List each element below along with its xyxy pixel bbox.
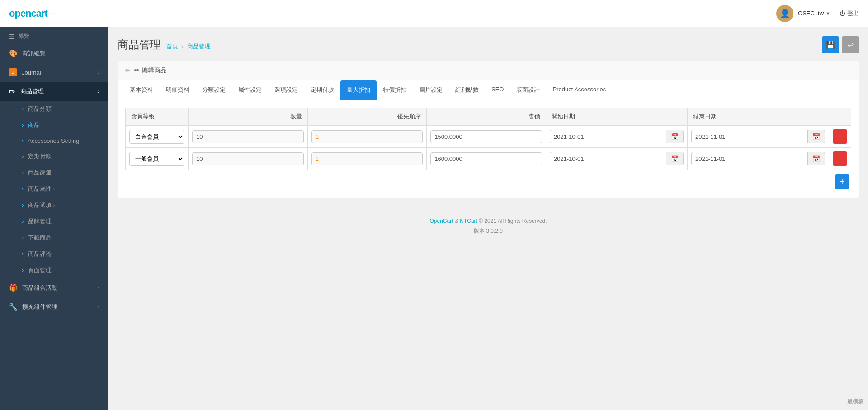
quantity-input-1[interactable] — [192, 130, 304, 143]
sidebar-item-product-mgmt[interactable]: 🛍 商品管理 › — [0, 82, 108, 101]
cell-action-2: − — [829, 148, 851, 170]
tab-attribute[interactable]: 屬性設定 — [232, 80, 268, 100]
watermark: 最模板 — [847, 398, 863, 405]
minus-icon-1: − — [838, 133, 842, 140]
sidebar-item-dashboard[interactable]: 🎨 資訊總覽 — [0, 44, 108, 63]
product-mgmt-icon: 🛍 — [9, 88, 16, 95]
footer-copyright-text: © 2021 All Rights Reserved. — [479, 218, 547, 224]
chevron-right-plugin: › — [98, 304, 99, 310]
breadcrumb-current[interactable]: 商品管理 — [187, 43, 211, 50]
avatar: 👤 — [776, 5, 793, 22]
start-date-calendar-btn-2[interactable]: 📅 — [666, 152, 683, 165]
sidebar-item-product-attribute[interactable]: › 商品屬性 › — [0, 181, 108, 197]
table-header-row: 會員等級 數量 優先順序 售價 開始日期 結束日期 — [126, 108, 851, 126]
opencart-link[interactable]: OpenCart — [430, 218, 453, 224]
chevron-sub-icon: › — [22, 105, 24, 112]
chevron-right-attr: › — [53, 186, 55, 192]
col-header-quantity: 數量 — [188, 108, 307, 126]
tab-points[interactable]: 紅利點數 — [449, 80, 485, 100]
dashboard-icon: 🎨 — [9, 49, 18, 57]
sidebar-item-subscription[interactable]: › 定期付款 — [0, 148, 108, 165]
plus-icon: + — [840, 177, 845, 187]
sidebar-label-journal: Journal — [22, 69, 41, 76]
nav-title-label: 導覽 — [19, 33, 29, 40]
tab-bulk-discount[interactable]: 量大折扣 — [340, 80, 377, 100]
sidebar-item-product[interactable]: › 商品 — [0, 117, 108, 133]
user-dropdown[interactable]: OSEC .tw ▼ — [798, 10, 830, 17]
col-header-action — [829, 108, 851, 126]
chevron-right-bundle: › — [98, 285, 99, 291]
tab-subscription[interactable]: 定期付款 — [304, 80, 340, 100]
header-right: 👤 OSEC .tw ▼ ⏻ 登出 — [776, 5, 859, 22]
priority-input-2[interactable] — [311, 152, 423, 165]
add-row-button[interactable]: + — [835, 174, 849, 189]
tab-image-setting[interactable]: 圖片設定 — [413, 80, 449, 100]
cell-start-date-1: 📅 — [546, 126, 687, 148]
start-date-calendar-btn-1[interactable]: 📅 — [666, 130, 683, 143]
start-date-input-2[interactable] — [550, 153, 666, 165]
col-header-priority: 優先順序 — [307, 108, 427, 126]
back-button[interactable]: ↩ — [842, 36, 859, 53]
sidebar-item-download-product[interactable]: › 下載商品 — [0, 230, 108, 246]
logout-button[interactable]: ⏻ 登出 — [840, 9, 859, 18]
sidebar-label-product-review: 商品評論 — [28, 250, 52, 257]
sidebar-item-product-category[interactable]: › 商品分類 — [0, 101, 108, 117]
chevron-sub-icon-opt: › — [22, 202, 24, 208]
section-title: ✏ 編輯商品 — [134, 66, 167, 75]
tab-special-price[interactable]: 特價折扣 — [377, 80, 413, 100]
sidebar-label-product-mgmt: 商品管理 — [20, 87, 44, 95]
col-header-member-level: 會員等級 — [126, 108, 189, 126]
page-title: 商品管理 — [118, 38, 161, 52]
save-button[interactable]: 💾 — [822, 36, 839, 53]
table-row: 白金會員 一般會員 VIP會員 — [126, 126, 851, 148]
cell-member-level-1: 白金會員 一般會員 VIP會員 — [126, 126, 189, 148]
delete-row-1-button[interactable]: − — [833, 129, 847, 144]
end-date-input-2[interactable] — [692, 153, 807, 165]
quantity-input-2[interactable] — [192, 152, 304, 165]
priority-input-1[interactable] — [311, 130, 423, 143]
member-level-select-1[interactable]: 白金會員 一般會員 VIP會員 — [129, 130, 184, 144]
chevron-right-icon-product: › — [98, 89, 99, 94]
page-header: 商品管理 首頁 › 商品管理 💾 ↩ — [118, 36, 859, 53]
tab-category[interactable]: 分類設定 — [196, 80, 232, 100]
sidebar-item-brand-mgmt[interactable]: › 品牌管理 — [0, 213, 108, 230]
delete-row-2-button[interactable]: − — [833, 151, 847, 166]
logo-cart-icon: ··· — [48, 8, 56, 19]
journal-icon: J — [9, 68, 17, 76]
tab-option[interactable]: 選項設定 — [268, 80, 304, 100]
cell-priority-1 — [307, 126, 427, 148]
plugin-icon: 🔧 — [9, 303, 18, 311]
logo: opencart ··· — [9, 8, 56, 19]
col-header-end-date: 結束日期 — [687, 108, 829, 126]
sidebar-label-product-category: 商品分類 — [28, 105, 52, 112]
sidebar-item-page-mgmt[interactable]: › 頁面管理 — [0, 262, 108, 278]
chevron-sub-icon-acc: › — [22, 137, 24, 144]
tab-product-accessories[interactable]: Product Accessories — [546, 80, 612, 100]
member-level-select-2[interactable]: 白金會員 一般會員 VIP會員 — [129, 152, 184, 166]
tab-seo[interactable]: SEO — [485, 80, 510, 100]
price-input-1[interactable] — [430, 130, 542, 143]
sidebar-item-bundle[interactable]: 🎁 商品組合活動 › — [0, 278, 108, 297]
end-date-calendar-btn-2[interactable]: 📅 — [807, 152, 825, 165]
sidebar-item-product-review[interactable]: › 商品評論 — [0, 246, 108, 262]
ntcart-link[interactable]: NTCart — [460, 218, 477, 224]
col-header-start-date: 開始日期 — [546, 108, 687, 126]
footer: OpenCart & NTCart © 2021 All Rights Rese… — [118, 207, 859, 245]
sidebar-item-accessories-setting[interactable]: › Accessories Setting — [0, 133, 108, 148]
sidebar-item-product-filter[interactable]: › 商品篩選 — [0, 165, 108, 181]
breadcrumb-home[interactable]: 首頁 — [166, 43, 178, 50]
price-input-2[interactable] — [430, 152, 542, 165]
chevron-sub-icon-page: › — [22, 267, 24, 273]
chevron-down-icon: ▼ — [826, 11, 830, 16]
tab-detail[interactable]: 明細資料 — [160, 80, 196, 100]
sidebar-label-download-product: 下載商品 — [28, 234, 52, 241]
sidebar-item-journal[interactable]: J Journal › — [0, 63, 108, 82]
end-date-input-1[interactable] — [692, 131, 807, 143]
sidebar-item-product-option[interactable]: › 商品選項 › — [0, 197, 108, 213]
tab-basic[interactable]: 基本資料 — [123, 80, 160, 100]
tab-page-design[interactable]: 版面設計 — [510, 80, 546, 100]
sidebar-label-product-option: 商品選項 — [28, 202, 52, 208]
sidebar-item-plugin[interactable]: 🔧 擴充組件管理 › — [0, 297, 108, 316]
start-date-input-1[interactable] — [550, 131, 666, 143]
end-date-calendar-btn-1[interactable]: 📅 — [807, 130, 825, 143]
